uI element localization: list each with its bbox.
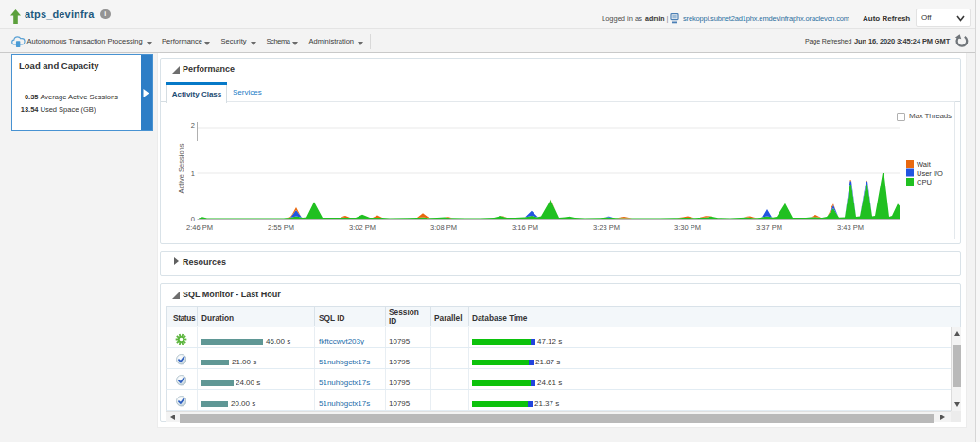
svg-text:Active Sessions: Active Sessions (177, 143, 185, 193)
svg-text:3:08 PM: 3:08 PM (430, 223, 457, 232)
svg-text:1: 1 (191, 169, 195, 178)
svg-text:3:02 PM: 3:02 PM (349, 223, 376, 232)
svg-text:3:37 PM: 3:37 PM (756, 223, 782, 232)
svg-text:2:55 PM: 2:55 PM (268, 223, 294, 232)
svg-text:3:43 PM: 3:43 PM (837, 223, 864, 232)
svg-text:2:46 PM: 2:46 PM (186, 223, 213, 232)
svg-text:User I/O: User I/O (917, 169, 943, 178)
svg-text:3:30 PM: 3:30 PM (674, 223, 701, 232)
svg-text:CPU: CPU (917, 178, 932, 186)
svg-text:2: 2 (191, 121, 195, 130)
svg-text:0: 0 (191, 215, 195, 223)
svg-text:3:16 PM: 3:16 PM (512, 223, 538, 232)
svg-text:3:23 PM: 3:23 PM (593, 223, 620, 232)
svg-text:Wait: Wait (917, 160, 932, 168)
